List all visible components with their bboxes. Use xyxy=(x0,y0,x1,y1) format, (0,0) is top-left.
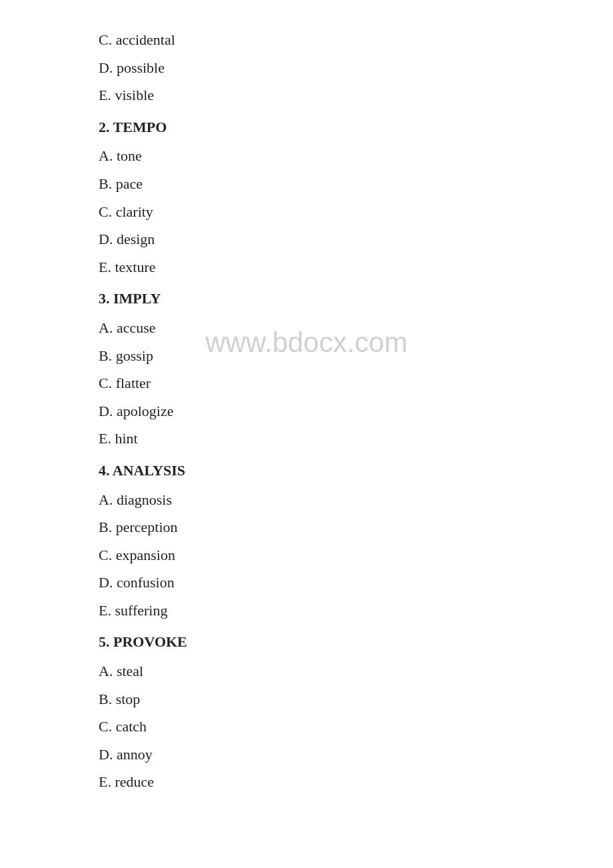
option-item: A. accuse xyxy=(99,315,514,341)
option-item: C. accidental xyxy=(99,27,514,53)
option-item: C. catch xyxy=(99,713,514,740)
option-item: E. suffering xyxy=(99,597,514,624)
option-item: B. perception xyxy=(99,514,514,541)
option-item: B. stop xyxy=(99,686,514,713)
option-item: D. design xyxy=(99,226,514,253)
question-item: 5. PROVOKE xyxy=(99,629,514,655)
option-item: D. confusion xyxy=(99,569,514,596)
option-item: B. gossip xyxy=(99,343,514,369)
option-item: C. expansion xyxy=(99,542,514,569)
option-item: C. flatter xyxy=(99,370,514,397)
option-item: A. tone xyxy=(99,143,514,169)
option-item: E. reduce xyxy=(99,769,514,795)
main-content: C. accidentalD. possibleE. visible2. TEM… xyxy=(0,0,613,823)
option-item: A. diagnosis xyxy=(99,487,514,513)
option-item: B. pace xyxy=(99,171,514,197)
option-item: E. hint xyxy=(99,425,514,452)
question-item: 3. IMPLY xyxy=(99,285,514,312)
option-item: D. annoy xyxy=(99,741,514,768)
option-item: E. visible xyxy=(99,82,514,109)
option-item: D. apologize xyxy=(99,398,514,425)
option-item: A. steal xyxy=(99,658,514,685)
question-item: 4. ANALYSIS xyxy=(99,457,514,484)
option-item: C. clarity xyxy=(99,199,514,225)
option-item: E. texture xyxy=(99,254,514,281)
option-item: D. possible xyxy=(99,55,514,81)
question-item: 2. TEMPO xyxy=(99,114,514,141)
